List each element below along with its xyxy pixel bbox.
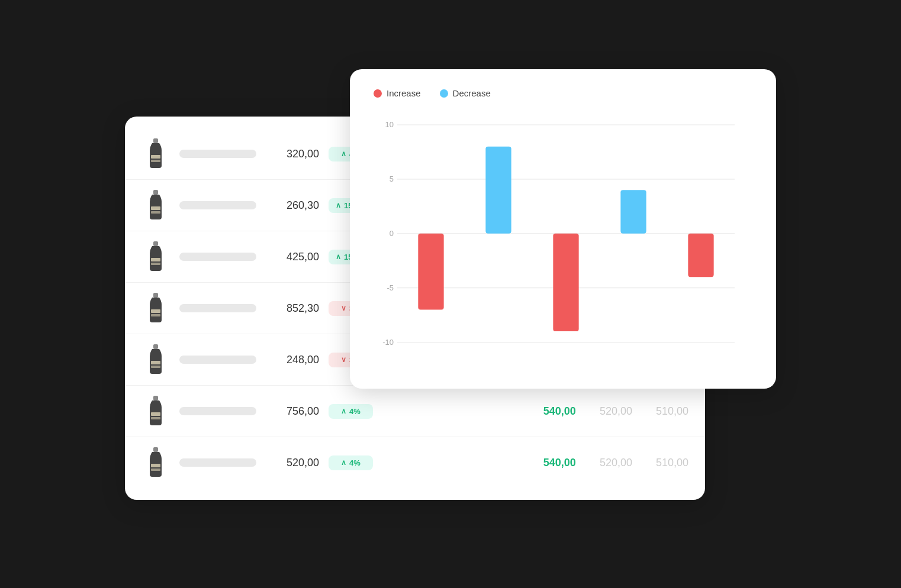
change-badge: ∧ 4% [329,455,373,470]
value-2: 520,00 [600,457,632,469]
value-1: 540,00 [543,405,576,418]
svg-rect-35 [688,234,713,277]
chart-svg: 1050-5-10 [374,112,752,361]
svg-rect-13 [151,361,160,364]
svg-rect-16 [151,412,160,416]
svg-rect-11 [151,314,160,316]
product-image [141,188,170,222]
table-row: 520,00 ∧ 4% 540,00 520,00 510,00 [125,437,705,488]
svg-rect-9 [153,293,158,298]
increase-dot [374,89,382,98]
svg-rect-0 [153,138,158,143]
svg-text:0: 0 [390,229,394,238]
badge-arrow: ∧ [336,201,341,209]
decrease-label: Decrease [453,88,491,98]
value-3: 510,00 [656,457,688,469]
svg-rect-32 [485,147,511,234]
svg-rect-7 [151,258,160,261]
chart-card: Increase Decrease 1050-5-10 [350,69,776,389]
product-image [141,137,170,171]
product-name-placeholder [179,304,256,312]
svg-rect-10 [151,309,160,313]
chart-area: 1050-5-10 [374,112,752,361]
product-image [141,343,170,377]
svg-rect-31 [418,234,443,310]
product-image [141,394,170,428]
table-row: 756,00 ∧ 4% 540,00 520,00 510,00 [125,386,705,437]
product-image [141,291,170,325]
product-name-placeholder [179,201,256,209]
extra-values: 540,00 520,00 510,00 [543,457,688,469]
value-3: 510,00 [656,405,688,418]
increase-label: Increase [387,88,421,98]
product-price: 425,00 [266,251,319,263]
svg-rect-15 [153,396,158,400]
badge-arrow: ∧ [341,458,346,467]
badge-arrow: ∧ [341,407,346,415]
badge-pct: 4% [349,458,361,467]
product-name-placeholder [179,407,256,415]
svg-rect-34 [620,190,646,234]
product-price: 756,00 [266,405,319,418]
svg-rect-33 [553,234,578,331]
svg-rect-20 [151,469,160,471]
product-name-placeholder [179,150,256,158]
svg-rect-1 [151,155,160,159]
svg-text:10: 10 [385,120,394,129]
product-price: 852,30 [266,302,319,315]
product-price: 320,00 [266,148,319,160]
svg-rect-3 [153,190,158,195]
change-badge: ∧ 4% [329,404,373,419]
badge-arrow: ∨ [341,356,346,364]
product-image [141,240,170,274]
product-name-placeholder [179,253,256,261]
legend-increase: Increase [374,88,421,98]
svg-rect-14 [151,366,160,368]
svg-rect-6 [153,241,158,246]
value-2: 520,00 [600,405,632,418]
product-name-placeholder [179,458,256,467]
svg-rect-17 [151,417,160,419]
svg-rect-8 [151,263,160,265]
svg-rect-18 [153,447,158,452]
product-name-placeholder [179,356,256,364]
scene: 320,00 ∧ 4% 260,30 ∧ 15.5% 425,00 ∧ 15.5… [125,69,776,519]
svg-rect-12 [153,344,158,349]
svg-rect-19 [151,464,160,467]
product-price: 520,00 [266,457,319,469]
extra-values: 540,00 520,00 510,00 [543,405,688,418]
badge-arrow: ∧ [341,150,346,158]
svg-text:5: 5 [390,175,394,183]
decrease-dot [440,89,448,98]
svg-text:-5: -5 [387,283,394,292]
badge-pct: 4% [349,407,361,416]
product-price: 248,00 [266,354,319,366]
svg-rect-5 [151,211,160,214]
svg-rect-2 [151,160,160,162]
chart-legend: Increase Decrease [374,88,752,98]
badge-arrow: ∧ [336,253,341,261]
badge-arrow: ∨ [341,304,346,312]
value-1: 540,00 [543,457,576,469]
legend-decrease: Decrease [440,88,491,98]
product-price: 260,30 [266,199,319,212]
product-image [141,445,170,480]
svg-rect-4 [151,206,160,210]
svg-text:-10: -10 [382,337,394,346]
